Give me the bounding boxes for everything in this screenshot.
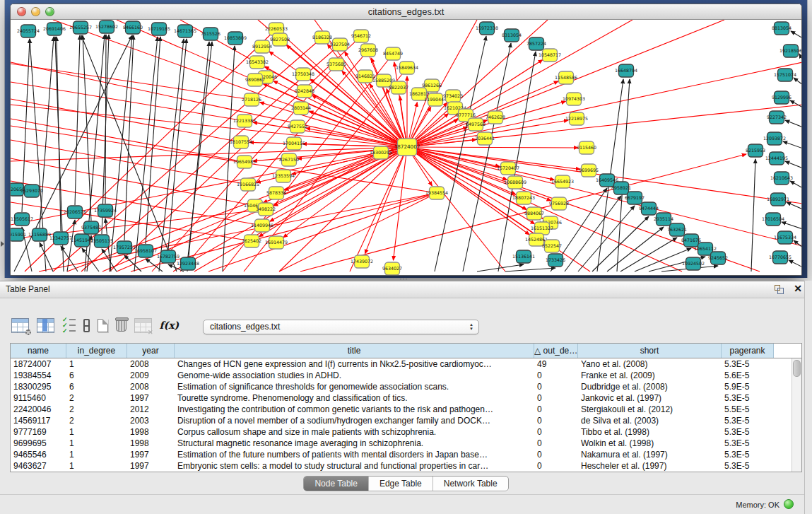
- table-cell: 2: [66, 415, 127, 426]
- column-header-name[interactable]: name: [11, 344, 66, 358]
- table-row[interactable]: 911546021997Tourette syndrome. Phenomeno…: [11, 392, 801, 404]
- memory-status-icon[interactable]: [784, 499, 794, 509]
- show-columns-icon[interactable]: [37, 318, 54, 333]
- table-cell: Estimation of significance thresholds fo…: [175, 381, 534, 392]
- column-header-title[interactable]: title: [175, 344, 534, 358]
- graph-node-label: 18300295: [370, 150, 392, 155]
- table-cell: 5.3E-5: [722, 449, 774, 460]
- graph-node-label: 5878334: [266, 190, 286, 195]
- table-cell: 1997: [127, 449, 175, 460]
- table-cell: Yano et al. (2008): [578, 358, 722, 370]
- graph-node-label: 10654112: [694, 246, 717, 251]
- table-row[interactable]: 1938455462009Genome-wide association stu…: [11, 370, 801, 381]
- table-source-select[interactable]: citations_edges.txt ▲▼: [203, 320, 479, 334]
- network-canvas[interactable]: 2405572420691406106552571527860284661601…: [11, 20, 801, 275]
- column-header-year[interactable]: year: [127, 344, 175, 358]
- graph-node-label: 19654985: [233, 159, 256, 164]
- graph-node-label: 5375685: [326, 62, 346, 66]
- scrollbar-thumb[interactable]: [793, 360, 801, 377]
- table-row[interactable]: 1872400712008Changes of HCN gene express…: [11, 358, 801, 370]
- network-window[interactable]: citations_edges.txt 24055724206914061065…: [10, 4, 802, 276]
- graph-edge: [11, 82, 245, 121]
- graph-node-label: 18107554: [230, 139, 252, 144]
- row-height-icon[interactable]: [83, 319, 90, 332]
- column-header-short[interactable]: short: [578, 344, 722, 358]
- graph-node-label: 15892971: [767, 197, 789, 201]
- table-cell: 2009: [127, 370, 175, 381]
- column-checklist-icon[interactable]: ✓✓✓: [62, 317, 76, 334]
- graph-node-label: 10548717: [539, 52, 561, 57]
- graph-edge: [782, 222, 801, 229]
- graph-node-label: 9327504: [330, 42, 350, 47]
- column-header-in_degree[interactable]: in_degree: [66, 344, 127, 358]
- table-cell: 9115460: [11, 392, 66, 404]
- graph-node-label: 12353594: [272, 173, 295, 178]
- graph-node-label: 15720407: [497, 165, 519, 170]
- table-cell: 19384554: [11, 370, 66, 381]
- table-row[interactable]: 1456911722003Disruption of a novel membe…: [11, 415, 801, 426]
- network-desktop: citations_edges.txt 24055724206914061065…: [4, 0, 808, 278]
- table-row[interactable]: 977716911998Corpus callosum shape and si…: [11, 426, 801, 438]
- table-cell: 5.9E-5: [722, 381, 774, 392]
- new-table-icon[interactable]: [98, 319, 108, 332]
- table-cell: 18300295: [11, 381, 66, 392]
- float-panel-icon[interactable]: [775, 285, 784, 294]
- table-cell: 9463627: [11, 460, 66, 472]
- graph-node-label: 17439072: [351, 259, 373, 264]
- column-header-out_de[interactable]: △ out_de…: [534, 344, 578, 358]
- table-cell: 5.3E-5: [722, 392, 774, 404]
- table-toolbar: ✓✓✓✕f(x): [11, 314, 179, 337]
- graph-node-label: 16151327: [531, 226, 553, 230]
- table-row[interactable]: 969969511998Structural magnetic resonanc…: [11, 438, 801, 449]
- graph-node-label: 9756928: [549, 201, 569, 206]
- graph-node-label: 12750348: [292, 71, 314, 76]
- graph-node-label: 24055724: [17, 28, 40, 33]
- table-cell: 0: [534, 370, 578, 381]
- vertical-scrollbar[interactable]: [792, 358, 801, 472]
- graph-edge: [11, 158, 255, 206]
- graph-node-label: 10853809: [224, 35, 247, 40]
- graph-node-label: 20691406: [43, 26, 66, 31]
- table-row[interactable]: 1830029562008Estimation of significance …: [11, 381, 801, 392]
- graph-node-label: 12093872: [763, 136, 786, 141]
- graph-node-label: 12218975: [565, 116, 588, 121]
- tab-edge-table[interactable]: Edge Table: [369, 477, 433, 491]
- citation-network-graph[interactable]: 2405572420691406106552571527860284661601…: [11, 20, 801, 275]
- delete-table-icon[interactable]: ✕: [134, 318, 152, 333]
- tab-node-table[interactable]: Node Table: [304, 477, 369, 491]
- table-cell: 2: [66, 404, 127, 415]
- network-window-titlebar[interactable]: citations_edges.txt: [11, 4, 801, 20]
- graph-node-label: 9699695: [579, 168, 599, 173]
- column-header-pagerank[interactable]: pagerank: [722, 344, 774, 358]
- table-row[interactable]: 946554611997Estimation of the future num…: [11, 449, 801, 460]
- graph-node-label: 16648794: [615, 68, 637, 73]
- table-row[interactable]: 946362711997Embryonic stem cells: a mode…: [11, 460, 801, 472]
- graph-node-label: 8215953: [746, 148, 765, 153]
- function-builder-icon[interactable]: f(x): [160, 319, 180, 332]
- graph-edge: [617, 79, 630, 271]
- table-row[interactable]: 2242004622012Investigating the contribut…: [11, 404, 801, 415]
- delete-columns-icon[interactable]: [116, 319, 126, 332]
- close-panel-icon[interactable]: ✕: [794, 283, 802, 294]
- panel-collapse-handle[interactable]: [1, 241, 4, 247]
- graph-node-label: 11548586: [555, 75, 577, 80]
- splitter-grip[interactable]: [400, 278, 407, 280]
- graph-node-label: 9827508: [270, 37, 290, 42]
- graph-node-label: 7857224: [526, 41, 546, 46]
- graph-edge: [785, 120, 801, 127]
- graph-node-label: 13505617: [11, 216, 33, 221]
- graph-edge: [279, 147, 407, 271]
- graph-node-label: 1862813: [409, 91, 429, 96]
- graph-node-label: 8912954: [252, 44, 272, 49]
- graph-node-label: 16543382: [246, 59, 269, 64]
- table-cell: 5.3E-5: [722, 460, 774, 472]
- graph-node-label: 8522547: [542, 243, 562, 248]
- app-root: { "window": { "title": "citations_edges.…: [0, 0, 812, 514]
- table-cell: 1: [66, 358, 127, 370]
- table-mode-icon[interactable]: [11, 318, 29, 333]
- table-cell: 5.3E-5: [722, 426, 774, 438]
- tab-network-table[interactable]: Network Table: [433, 477, 508, 491]
- graph-node-label: 3498222: [256, 206, 276, 211]
- graph-node-label: 9245652: [708, 255, 728, 260]
- table-cell: 6: [66, 370, 127, 381]
